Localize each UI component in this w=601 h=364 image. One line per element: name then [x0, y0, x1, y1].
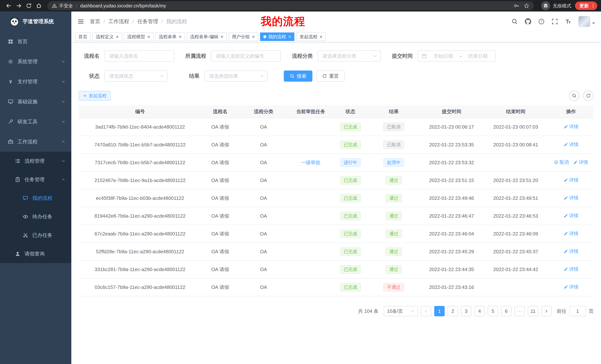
screen: 不安全 | dashboard.yudao.iocoder.cn/bpm/tas… [0, 0, 601, 364]
detail-button[interactable]: 详情 [564, 266, 579, 272]
detail-button[interactable]: 详情 [564, 177, 579, 183]
cell-result: 通过 [367, 207, 420, 225]
reset-button[interactable]: 重置 [316, 70, 345, 82]
update-button[interactable]: 更新 [575, 1, 597, 10]
tab-home[interactable]: 首页 [75, 32, 91, 41]
prev-page-button[interactable] [421, 306, 431, 316]
cell-result: 通过 [367, 189, 420, 207]
process-name-input[interactable] [104, 50, 174, 62]
browser-menu-icon[interactable] [591, 3, 595, 8]
cell-submit-time: 2022-01-22 23:46:04 [420, 225, 483, 243]
password-key-icon[interactable] [514, 3, 519, 9]
app-logo[interactable]: 芋道管理系统 [0, 11, 71, 31]
close-icon[interactable]: × [221, 34, 223, 39]
close-icon[interactable]: × [252, 34, 255, 39]
tab-process-form[interactable]: 流程表单 × [155, 32, 185, 41]
category-select[interactable]: 请选择流程分类 [318, 50, 381, 62]
tab-start-process[interactable]: 发起流程 × [296, 32, 326, 41]
close-icon[interactable]: × [320, 34, 322, 39]
search-icon[interactable] [511, 18, 518, 25]
filter-label: 流程名 [79, 52, 100, 59]
cell-status: 进行中 [333, 153, 367, 172]
hide-search-button[interactable] [569, 91, 580, 101]
tab-label: 首页 [78, 34, 87, 40]
security-status[interactable]: 不安全 [52, 3, 73, 9]
github-icon[interactable] [525, 18, 531, 25]
cell-actions: 详情 [549, 260, 594, 278]
detail-button[interactable]: 详情 [564, 248, 579, 254]
cancel-button[interactable]: 取消 [554, 159, 569, 165]
close-icon[interactable]: × [116, 34, 119, 39]
sidebar-toggle-icon[interactable] [77, 18, 84, 25]
detail-button[interactable]: 详情 [564, 195, 579, 201]
page-button-6[interactable]: 6 [501, 306, 511, 316]
sidebar-item-done-task[interactable]: 已办任务 [0, 226, 71, 245]
cell-category: OA [239, 225, 288, 243]
page-button-2[interactable]: 2 [448, 306, 458, 316]
tab-process-form-edit[interactable]: 流程表单-编辑 × [187, 32, 227, 41]
page-size-select[interactable]: 10条/页 [384, 306, 418, 316]
sidebar-item-process-mgmt[interactable]: 流程管理 [0, 152, 71, 170]
address-bar[interactable]: 不安全 | dashboard.yudao.iocoder.cn/bpm/tas… [48, 1, 534, 10]
page-button-3[interactable]: 3 [461, 306, 471, 316]
sidebar-item-todo-task[interactable]: 待办任务 [0, 207, 71, 226]
help-icon[interactable]: ? [538, 18, 545, 25]
gear-icon [8, 59, 13, 64]
process-definition-input[interactable] [211, 50, 281, 62]
page-button-11[interactable]: 11 [528, 306, 538, 316]
monitor-icon [8, 99, 13, 105]
detail-button[interactable]: 详情 [564, 230, 579, 237]
tab-user-group[interactable]: 用户分组 × [229, 32, 258, 41]
current-task-link[interactable]: 一级审批 [301, 160, 320, 165]
breadcrumb-item[interactable]: 工作流程 [109, 18, 129, 25]
forward-icon [16, 3, 22, 9]
tab-process-definition[interactable]: 流程定义 × [92, 32, 122, 41]
close-icon[interactable]: × [288, 34, 291, 39]
tab-process-model[interactable]: 流程模型 × [124, 32, 153, 41]
browser-reload-button[interactable] [24, 1, 34, 11]
sidebar-item-infrastructure[interactable]: 基础设施 [0, 92, 71, 112]
close-icon[interactable]: × [179, 34, 181, 39]
browser-back-button[interactable] [4, 1, 14, 11]
browser-home-button[interactable] [34, 1, 44, 11]
sidebar-item-devtools[interactable]: 研发工具 [0, 112, 71, 132]
cell-process-name: OA 请假 [201, 189, 239, 207]
create-process-button[interactable]: 发起流程 [79, 91, 111, 101]
sidebar-item-my-process[interactable]: 我的流程 [0, 189, 71, 207]
detail-button[interactable]: 详情 [564, 284, 579, 290]
result-select[interactable]: 请选择流结果 [204, 70, 267, 82]
sidebar-item-task-mgmt[interactable]: 任务管理 [0, 170, 71, 189]
close-icon[interactable]: × [147, 34, 150, 39]
column-header: 状态 [333, 105, 367, 118]
goto-page-input[interactable] [570, 306, 586, 316]
not-secure-icon [52, 3, 57, 8]
page-button-1[interactable]: 1 [434, 306, 445, 316]
detail-button[interactable]: 详情 [564, 213, 579, 219]
refresh-table-button[interactable] [583, 91, 594, 101]
page-button-4[interactable]: 4 [474, 306, 485, 316]
user-menu[interactable] [578, 16, 595, 27]
browser-forward-button[interactable] [14, 1, 24, 11]
cell-actions: 详情 [549, 278, 594, 296]
sidebar-item-leave-query[interactable]: 请假查询 [0, 245, 71, 263]
detail-button[interactable]: 详情 [573, 159, 588, 165]
font-size-icon[interactable] [565, 18, 571, 25]
detail-button[interactable]: 详情 [564, 124, 579, 130]
status-select[interactable]: 请选择状态 [104, 70, 168, 82]
breadcrumb-item[interactable]: 任务管理 [137, 18, 158, 25]
page-button-5[interactable]: 5 [488, 306, 498, 316]
sidebar-item-system[interactable]: 系统管理 [0, 52, 71, 72]
pager-ellipsis[interactable]: ··· [514, 306, 525, 316]
submit-time-range-picker[interactable]: 开始日期 - 结束日期 [418, 50, 496, 62]
fullscreen-icon[interactable] [551, 18, 558, 25]
tab-my-process[interactable]: 我的流程 × [260, 32, 294, 41]
breadcrumb-item[interactable]: 首页 [90, 18, 100, 25]
chevron-down-icon [411, 309, 415, 313]
detail-button[interactable]: 详情 [564, 141, 579, 147]
sidebar-item-home[interactable]: 首页 [0, 31, 71, 52]
next-page-button[interactable] [541, 306, 551, 316]
sidebar-item-workflow[interactable]: 工作流程 [0, 132, 71, 152]
bookmark-star-icon[interactable] [524, 3, 529, 9]
sidebar-item-payment[interactable]: ¥ 支付管理 [0, 72, 71, 92]
search-button[interactable]: 搜索 [284, 70, 312, 82]
